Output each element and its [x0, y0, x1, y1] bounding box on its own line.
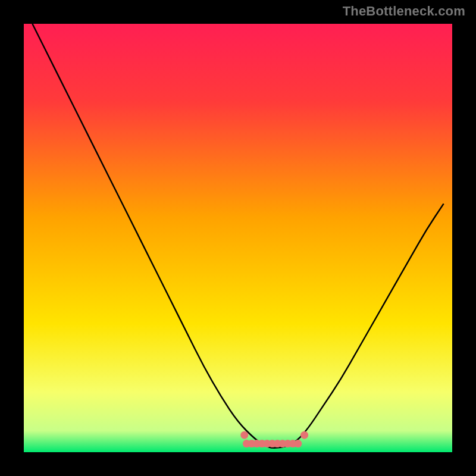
- bottleneck-chart: [24, 24, 452, 452]
- chart-frame: TheBottleneck.com: [0, 0, 476, 476]
- svg-point-10: [294, 440, 302, 447]
- svg-point-12: [300, 431, 308, 439]
- attribution-text: TheBottleneck.com: [343, 4, 465, 19]
- chart-background-gradient: [24, 24, 452, 452]
- svg-point-11: [240, 431, 248, 439]
